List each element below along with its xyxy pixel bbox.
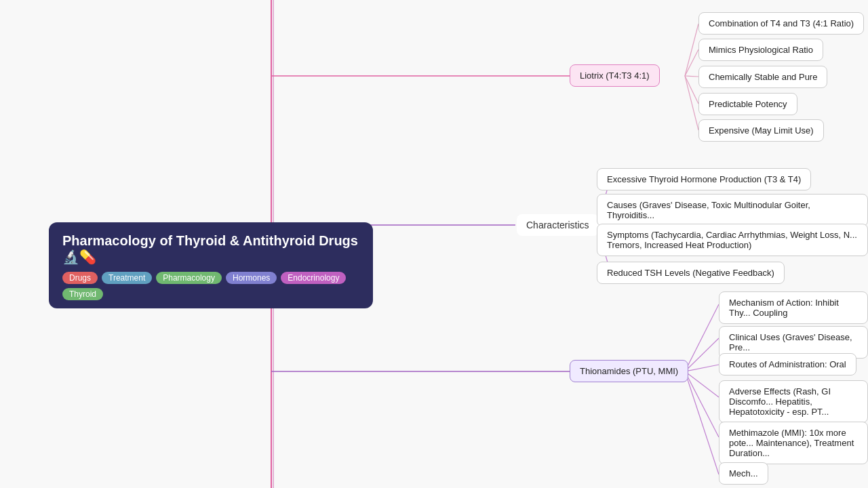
liotrix-child-1: Combination of T4 and T3 (4:1 Ratio) [698,12,864,35]
liotrix-node[interactable]: Liotrix (T4:T3 4:1) [570,64,660,87]
liotrix-child-2: Mimics Physiological Ratio [698,39,823,61]
char-child-1: Excessive Thyroid Hormone Production (T3… [597,168,811,190]
thionamides-node[interactable]: Thionamides (PTU, MMI) [570,360,688,382]
tags-container: Drugs Treatment Pharmacology Hormones En… [62,272,359,300]
char-child-3: Symptoms (Tachycardia, Cardiac Arrhythmi… [597,224,868,256]
title-text: Pharmacology of Thyroid & Antithyroid Dr… [62,233,359,265]
tag-treatment[interactable]: Treatment [102,272,152,284]
tag-hormones[interactable]: Hormones [226,272,277,284]
characteristics-node[interactable]: Characteristics [517,214,599,236]
liotrix-child-3: Chemically Stable and Pure [698,66,827,88]
thio-child-1: Mechanism of Action: Inhibit Thy... Coup… [719,291,868,324]
thio-child-4: Adverse Effects (Rash, GI Discomfo... He… [719,380,868,423]
thio-child-5: Methimazole (MMI): 10x more pote... Main… [719,422,868,464]
title-card: Pharmacology of Thyroid & Antithyroid Dr… [49,222,373,308]
liotrix-child-4: Predictable Potency [698,93,797,115]
tag-endocrinology[interactable]: Endocrinology [281,272,346,284]
thio-child-3: Routes of Administration: Oral [719,353,856,375]
tag-drugs[interactable]: Drugs [62,272,98,284]
liotrix-child-5: Expensive (May Limit Use) [698,119,824,142]
char-child-4: Reduced TSH Levels (Negative Feedback) [597,262,785,284]
tag-pharmacology[interactable]: Pharmacology [156,272,222,284]
tag-thyroid[interactable]: Thyroid [62,288,103,300]
thio-child-6: Mech... [719,462,768,485]
char-child-2: Causes (Graves' Disease, Toxic Multinodu… [597,194,868,226]
